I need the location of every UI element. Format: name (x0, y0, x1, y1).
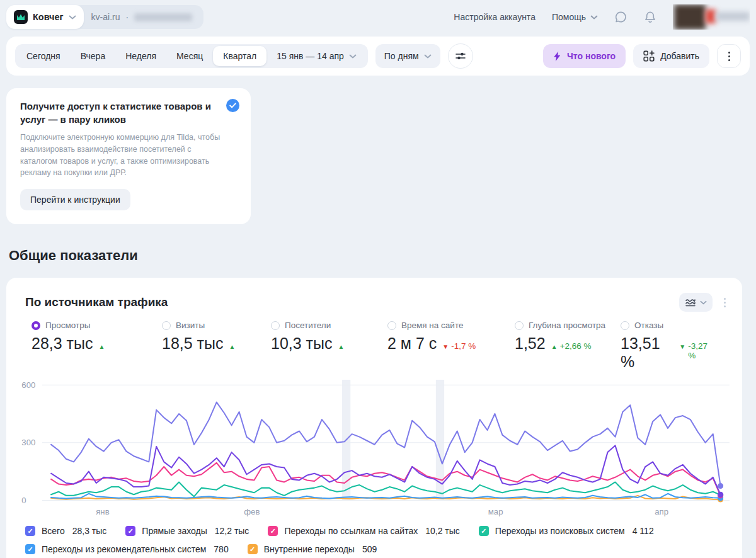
svg-text:янв: янв (96, 507, 109, 516)
legend-label: Внутренние переходы (264, 544, 355, 554)
svg-text:0: 0 (21, 496, 26, 505)
go-to-instruction-button[interactable]: Перейти к инструкции (20, 189, 130, 210)
metric-tab-4[interactable]: Время на сайте2 м 7 с▼-1,7 % (387, 321, 515, 371)
metric-delta: -1,7 % (451, 341, 476, 351)
metric-radio[interactable] (515, 321, 524, 330)
widget-title: По источникам трафика (25, 295, 168, 309)
metric-delta: +2,66 % (560, 341, 592, 351)
legend-checkbox[interactable]: ✓ (25, 526, 35, 536)
metric-radio[interactable] (32, 321, 40, 330)
legend-checkbox[interactable]: ✓ (479, 526, 489, 536)
legend-value: 780 (214, 544, 228, 554)
grid-plus-icon (643, 50, 655, 62)
trend-up-icon: ▲ (229, 343, 236, 350)
chart-type-switcher[interactable] (679, 293, 713, 312)
trend-up-icon: ▲ (338, 343, 345, 350)
add-widget-button[interactable]: Добавить (633, 44, 709, 68)
traffic-sources-card: По источникам трафика Просмотры28,3 тыс▲… (6, 278, 742, 558)
legend-checkbox[interactable]: ✓ (268, 526, 278, 536)
counter-domain[interactable]: kv-ai.ru · (72, 5, 204, 29)
metric-tab-2[interactable]: Визиты18,5 тыс▲ (162, 321, 271, 371)
metric-label: Время на сайте (401, 321, 463, 330)
legend-label: Всего (42, 526, 65, 536)
legend-value: 4 112 (633, 526, 654, 536)
chevron-down-icon (69, 15, 76, 20)
metric-radio[interactable] (271, 321, 280, 330)
metric-delta: -3,27 % (688, 341, 715, 360)
legend-checkbox[interactable]: ✓ (125, 526, 135, 536)
svg-text:фев: фев (244, 507, 260, 516)
legend-value: 10,2 тыс (425, 526, 460, 536)
chart-legend: ✓Всего28,3 тыс✓Прямые заходы12,2 тыс✓Пер… (6, 518, 699, 554)
metric-label: Просмотры (45, 321, 90, 330)
notifications-bell-icon[interactable] (644, 11, 656, 24)
toolbar-more-menu[interactable] (717, 44, 741, 68)
metric-tab-1[interactable]: Просмотры28,3 тыс▲ (32, 321, 162, 371)
metric-tabs: Просмотры28,3 тыс▲Визиты18,5 тыс▲Посетит… (6, 312, 742, 371)
legend-value: 12,2 тыс (215, 526, 249, 536)
legend-label: Прямые заходы (142, 526, 207, 536)
metric-radio[interactable] (387, 321, 396, 330)
top-bar: Ковчег kv-ai.ru · Настройка аккаунта Пом… (6, 0, 750, 30)
period-week[interactable]: Неделя (115, 44, 166, 68)
trend-down-icon: ▼ (679, 343, 685, 350)
user-avatar[interactable] (673, 4, 750, 30)
metric-tab-5[interactable]: Глубина просмотра1,52▲+2,66 % (515, 321, 621, 371)
legend-item-3[interactable]: ✓Переходы по ссылкам на сайтах10,2 тыс (268, 526, 459, 536)
legend-value: 28,3 тыс (72, 526, 107, 536)
widget-more-menu[interactable] (721, 295, 728, 310)
legend-item-1[interactable]: ✓Всего28,3 тыс (25, 526, 106, 536)
legend-checkbox[interactable]: ✓ (248, 544, 258, 554)
chevron-down-icon (590, 15, 598, 20)
traffic-line-chart[interactable]: 0300600янвфевмарапр (6, 371, 742, 518)
svg-text:апр: апр (655, 507, 668, 516)
metric-label: Глубина просмотра (529, 321, 605, 330)
trend-down-icon: ▼ (442, 343, 449, 350)
chat-icon[interactable] (614, 11, 627, 24)
metric-value: 13,51 % (621, 334, 673, 371)
metric-label: Визиты (176, 321, 205, 330)
section-title: Общие показатели (9, 248, 750, 264)
period-month[interactable]: Месяц (166, 44, 213, 68)
period-quarter[interactable]: Квартал (213, 46, 266, 66)
legend-item-6[interactable]: ✓Внутренние переходы509 (248, 544, 377, 554)
segments-filter-button[interactable] (448, 43, 473, 69)
lightning-icon (553, 51, 561, 62)
period-segmented-control: Сегодня Вчера Неделя Месяц Квартал 15 ян… (15, 44, 368, 68)
svg-text:600: 600 (21, 380, 35, 390)
metric-tab-3[interactable]: Посетители10,3 тыс▲ (271, 321, 387, 371)
metric-tab-6[interactable]: Отказы13,51 %▼-3,27 % (621, 321, 715, 371)
counter-switcher[interactable]: Ковчег (6, 5, 84, 29)
legend-checkbox[interactable]: ✓ (25, 544, 35, 554)
metric-value: 18,5 тыс (162, 334, 224, 353)
period-today[interactable]: Сегодня (16, 44, 71, 68)
svg-text:мар: мар (488, 507, 503, 516)
blurred-counter-id (134, 13, 192, 21)
chevron-down-icon (700, 300, 707, 305)
line-chart-icon (685, 297, 696, 307)
promo-description: Подключите электронную коммерцию для Til… (20, 132, 228, 179)
whats-new-button[interactable]: Что нового (543, 44, 626, 68)
metric-radio[interactable] (621, 321, 629, 330)
verified-check-icon (226, 99, 239, 112)
period-yesterday[interactable]: Вчера (71, 44, 116, 68)
period-toolbar: Сегодня Вчера Неделя Месяц Квартал 15 ян… (6, 37, 750, 76)
promo-title: Получите доступ к статистике товаров и у… (20, 100, 215, 126)
legend-item-2[interactable]: ✓Прямые заходы12,2 тыс (125, 526, 249, 536)
metric-value: 1,52 (515, 334, 546, 353)
metric-label: Отказы (634, 321, 663, 330)
account-settings-link[interactable]: Настройка аккаунта (454, 12, 536, 22)
metric-radio[interactable] (162, 321, 171, 330)
legend-label: Переходы из поисковых систем (495, 526, 625, 536)
metric-value: 2 м 7 с (387, 334, 437, 353)
granularity-selector[interactable]: По дням (375, 44, 440, 68)
legend-item-5[interactable]: ✓Переходы из рекомендательных систем780 (25, 544, 229, 554)
legend-label: Переходы из рекомендательных систем (42, 544, 206, 554)
metric-value: 28,3 тыс (32, 334, 93, 353)
help-menu[interactable]: Помощь (552, 12, 598, 22)
top-nav: Настройка аккаунта Помощь (454, 4, 750, 30)
date-range-selector[interactable]: 15 янв — 14 апр (266, 44, 367, 68)
chevron-down-icon (349, 54, 357, 59)
chevron-down-icon (424, 54, 432, 59)
legend-item-4[interactable]: ✓Переходы из поисковых систем4 112 (479, 526, 654, 536)
